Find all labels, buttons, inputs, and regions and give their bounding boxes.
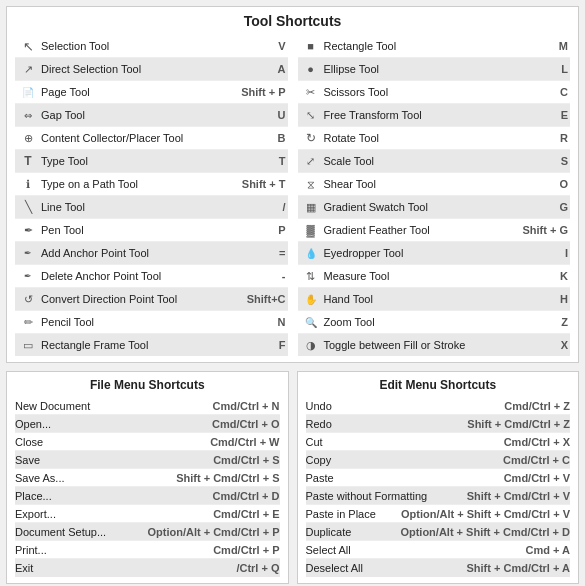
tool-name: Content Collector/Placer Tool [39,132,272,144]
menu-shortcut: Shift + Cmd/Ctrl + Z [467,418,570,430]
tool-name: Zoom Tool [322,316,556,328]
menu-shortcut: Cmd/Ctrl + E [213,508,279,520]
tool-name: Ellipse Tool [322,63,556,75]
gradientswatch-icon [300,198,322,216]
tool-name: Add Anchor Point Tool [39,247,273,259]
menu-row: Cut Cmd/Ctrl + X [306,433,571,451]
tool-shortcut: T [279,155,286,167]
tool-shortcut: H [560,293,568,305]
menu-action: Open... [15,418,208,430]
tool-shortcut: M [559,40,568,52]
tool-shortcut: O [559,178,568,190]
tool-name: Toggle between Fill or Stroke [322,339,555,351]
ellipse-icon [300,60,322,78]
tool-shortcut: B [278,132,286,144]
tool-shortcut: C [560,86,568,98]
menu-row: Document Setup... Option/Alt + Cmd/Ctrl … [15,523,280,541]
tool-shortcut: Shift + T [242,178,286,190]
pen-icon [17,221,39,239]
tool-row: Free Transform Tool E [298,104,571,127]
menu-row: Paste without Formatting Shift + Cmd/Ctr… [306,487,571,505]
tool-shortcuts-title: Tool Shortcuts [15,13,570,29]
tool-name: Rectangle Tool [322,40,553,52]
tool-name: Gradient Swatch Tool [322,201,554,213]
menu-shortcut: Cmd/Ctrl + V [504,472,570,484]
gap-icon [17,106,39,124]
tool-shortcut: X [561,339,568,351]
tool-row: Selection Tool V [15,35,288,58]
freetransform-icon [300,106,322,124]
tool-shortcut: / [282,201,285,213]
hand-icon [300,290,322,308]
menu-action: Cut [306,436,500,448]
tool-shortcut: U [278,109,286,121]
delanchor-icon [17,267,39,285]
menu-action: Document Setup... [15,526,143,538]
left-tool-col: Selection Tool V Direct Selection Tool A… [15,35,288,356]
menu-action: Redo [306,418,464,430]
menu-shortcut: Cmd/Ctrl + P [213,544,279,556]
tool-row: Shear Tool O [298,173,571,196]
direct-icon [17,60,39,78]
tool-row: Scissors Tool C [298,81,571,104]
tool-row: Rotate Tool R [298,127,571,150]
menu-row: Save As... Shift + Cmd/Ctrl + S [15,469,280,487]
menu-row: Place... Cmd/Ctrl + D [15,487,280,505]
menu-row: Paste Cmd/Ctrl + V [306,469,571,487]
tool-shortcut: Shift+C [247,293,286,305]
menu-shortcut: Shift + Cmd/Ctrl + S [176,472,279,484]
menu-row: Copy Cmd/Ctrl + C [306,451,571,469]
type-icon [17,152,39,170]
gradientfeather-icon [300,221,322,239]
menu-shortcut: Option/Alt + Shift + Cmd/Ctrl + D [400,526,570,538]
tool-shortcut: = [279,247,285,259]
tool-row: Pencil Tool N [15,311,288,334]
tool-name: Scissors Tool [322,86,555,98]
menu-action: Paste in Place [306,508,398,520]
addanchor-icon [17,244,39,262]
tool-shortcut: Shift + G [522,224,568,236]
menu-row: Select All Cmd + A [306,541,571,559]
right-tool-col: Rectangle Tool M Ellipse Tool L Scissors… [298,35,571,356]
file-menu-box: File Menu Shortcuts New Document Cmd/Ctr… [6,371,289,584]
menu-shortcut: Cmd/Ctrl + D [213,490,280,502]
pencil-icon [17,313,39,331]
menu-action: Duplicate [306,526,397,538]
tool-row: Convert Direction Point Tool Shift+C [15,288,288,311]
tool-shortcut: L [561,63,568,75]
tool-name: Line Tool [39,201,276,213]
menu-action: Deselect All [306,562,463,574]
tool-row: Content Collector/Placer Tool B [15,127,288,150]
tool-row: Toggle between Fill or Stroke X [298,334,571,356]
menu-row: Deselect All Shift + Cmd/Ctrl + A [306,559,571,577]
menu-shortcut: Cmd/Ctrl + C [503,454,570,466]
line-icon [17,198,39,216]
menu-action: Close [15,436,206,448]
menu-row: Open... Cmd/Ctrl + O [15,415,280,433]
tool-shortcuts-box: Tool Shortcuts Selection Tool V Direct S… [6,6,579,363]
menu-row: New Document Cmd/Ctrl + N [15,397,280,415]
menu-shortcut: /Ctrl + Q [236,562,279,574]
menu-row: Duplicate Option/Alt + Shift + Cmd/Ctrl … [306,523,571,541]
tool-shortcut: I [565,247,568,259]
menu-action: Print... [15,544,209,556]
menu-action: Save [15,454,209,466]
menu-shortcut: Option/Alt + Shift + Cmd/Ctrl + V [401,508,570,520]
menu-row: Undo Cmd/Ctrl + Z [306,397,571,415]
tool-row: Rectangle Tool M [298,35,571,58]
tool-row: Ellipse Tool L [298,58,571,81]
tool-row: Direct Selection Tool A [15,58,288,81]
tool-row: Line Tool / [15,196,288,219]
tool-name: Type Tool [39,155,273,167]
scale-icon [300,152,322,170]
tool-name: Type on a Path Tool [39,178,236,190]
tool-shortcut: E [561,109,568,121]
file-menu-items: New Document Cmd/Ctrl + N Open... Cmd/Ct… [15,397,280,577]
tool-row: Zoom Tool Z [298,311,571,334]
tool-shortcut: F [279,339,286,351]
scissors-icon [300,83,322,101]
tool-shortcut: G [559,201,568,213]
convert-icon [17,290,39,308]
menu-row: Print... Cmd/Ctrl + P [15,541,280,559]
tool-row: Type Tool T [15,150,288,173]
